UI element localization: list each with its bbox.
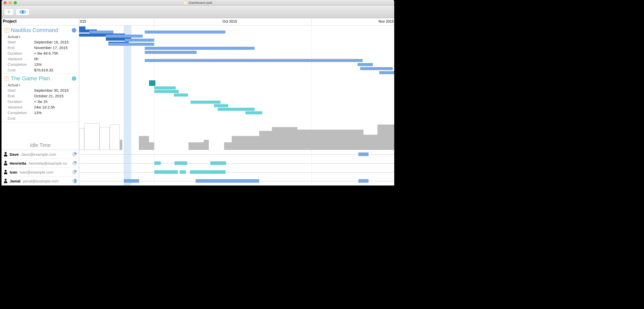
resource-name: Jamal [10, 179, 21, 183]
field-value: September 16, 2015 [34, 39, 69, 45]
gantt-bar[interactable] [358, 63, 373, 66]
load-bar [79, 128, 84, 150]
resource-bar[interactable] [124, 179, 139, 183]
field-value: < 8w 4d 6.75h [34, 51, 58, 56]
person-icon [4, 161, 8, 165]
allocation-pie-icon [72, 170, 77, 174]
project-column-header[interactable]: Project [2, 18, 79, 25]
app-window: Dashboard.opld + Project 015 Oct 2015 No… [2, 0, 394, 186]
field-value: 24w 1d 2.5h [34, 104, 55, 110]
field-value: 13% [34, 110, 42, 116]
load-bar [272, 127, 297, 150]
project-card-nautilus[interactable]: Nautilus Command Actual ▴▾ StartSeptembe… [2, 25, 79, 74]
gantt-bar[interactable] [154, 86, 176, 89]
timeline-header[interactable]: 015 Oct 2015 Nov 2015 [79, 18, 394, 25]
field-label: Duration [8, 51, 34, 56]
gantt-bar[interactable] [245, 111, 262, 114]
project-icon [5, 76, 9, 81]
field-label: Cost [8, 116, 34, 121]
resource-timeline-henrietta[interactable] [79, 159, 394, 168]
resource-baseline [79, 163, 394, 164]
gantt-bar[interactable] [108, 43, 154, 46]
mode-selector[interactable]: Actual ▴▾ [8, 35, 79, 39]
field-value: October 21, 2015 [34, 93, 64, 99]
timeline-label-oct: Oct 2015 [223, 19, 237, 23]
gantt-bar[interactable] [145, 59, 363, 62]
gantt-bar[interactable] [360, 67, 393, 70]
resource-bar[interactable] [196, 179, 259, 183]
mode-selector[interactable]: Actual ▴▾ [8, 83, 79, 87]
view-button[interactable] [16, 8, 30, 16]
project-status-dot[interactable] [72, 28, 76, 33]
field-label: Variance [8, 56, 34, 62]
resource-baseline [79, 172, 394, 173]
project-name[interactable]: The Game Plan [11, 75, 50, 82]
window-controls [4, 1, 17, 4]
resource-row-jamal[interactable]: Jamal jamal@example.com [2, 177, 79, 186]
resource-bar[interactable] [358, 152, 369, 156]
gantt-bar[interactable] [154, 90, 179, 93]
timeline-tick [154, 18, 154, 25]
person-icon [4, 170, 8, 174]
project-icon [5, 28, 9, 33]
gantt-bar[interactable] [89, 30, 113, 34]
gantt-bar[interactable] [149, 80, 155, 86]
resource-row-ivan[interactable]: Ivan ivan@example.com [2, 168, 79, 177]
gantt-bar[interactable] [214, 104, 228, 107]
gantt-bar[interactable] [191, 101, 221, 104]
load-bar [204, 140, 209, 150]
gantt-bar[interactable] [218, 108, 255, 111]
gantt-bar[interactable] [145, 47, 255, 50]
resource-row-dave[interactable]: Dave dave@example.com [2, 150, 79, 159]
project-sidebar: Nautilus Command Actual ▴▾ StartSeptembe… [2, 25, 79, 186]
toolbar: + [2, 6, 394, 18]
gantt-bar[interactable] [379, 71, 394, 74]
resource-row-henrietta[interactable]: Henrietta henrietta@example.com [2, 159, 79, 168]
allocation-pie-icon [72, 179, 77, 183]
project-name[interactable]: Nautilus Command [11, 27, 58, 34]
gantt-bar[interactable] [145, 30, 225, 34]
resource-bar[interactable] [174, 161, 187, 165]
resource-bar[interactable] [210, 161, 226, 165]
plus-icon: + [7, 9, 10, 14]
project-status-dot[interactable] [72, 76, 76, 81]
resource-bar[interactable] [190, 170, 226, 174]
field-label: End [8, 45, 34, 51]
gantt-bar[interactable] [174, 94, 188, 97]
resource-timeline-ivan[interactable] [79, 168, 394, 177]
add-button[interactable]: + [4, 8, 14, 16]
svg-point-0 [22, 11, 24, 13]
zoom-window-button[interactable] [14, 1, 17, 4]
gantt-bar[interactable] [106, 35, 143, 38]
load-bar [139, 136, 149, 150]
timeline-tick [311, 18, 312, 25]
document-icon [184, 1, 187, 5]
resource-bar[interactable] [358, 179, 369, 183]
resource-bar[interactable] [180, 170, 186, 174]
field-label: End [8, 93, 34, 99]
resource-bar[interactable] [154, 170, 178, 174]
field-label: Variance [8, 104, 34, 110]
chevron-updown-icon: ▴▾ [19, 84, 20, 86]
resource-timeline-dave[interactable] [79, 150, 394, 159]
field-label: Completion [8, 62, 34, 67]
titlebar[interactable]: Dashboard.opld [2, 0, 394, 6]
field-value: November 17, 2015 [34, 45, 68, 51]
field-label: Cost [8, 67, 34, 73]
gantt-bar[interactable] [148, 39, 154, 42]
resource-email: jamal@example.com [23, 179, 59, 183]
close-window-button[interactable] [4, 1, 7, 4]
resource-bar[interactable] [154, 161, 161, 165]
gantt-bar[interactable] [145, 51, 197, 54]
resource-timeline-jamal[interactable] [79, 177, 394, 186]
field-label: Start [8, 88, 34, 93]
resource-email: henrietta@example.com [29, 161, 67, 165]
load-bar [224, 142, 232, 150]
load-bar [84, 123, 99, 150]
minimize-window-button[interactable] [9, 1, 12, 4]
resource-name: Henrietta [10, 161, 26, 165]
project-card-gameplan[interactable]: The Game Plan Actual ▴▾ StartSeptember 3… [2, 74, 79, 122]
gantt-bar[interactable] [79, 26, 85, 29]
load-bar [363, 135, 377, 150]
load-bar [110, 125, 120, 150]
